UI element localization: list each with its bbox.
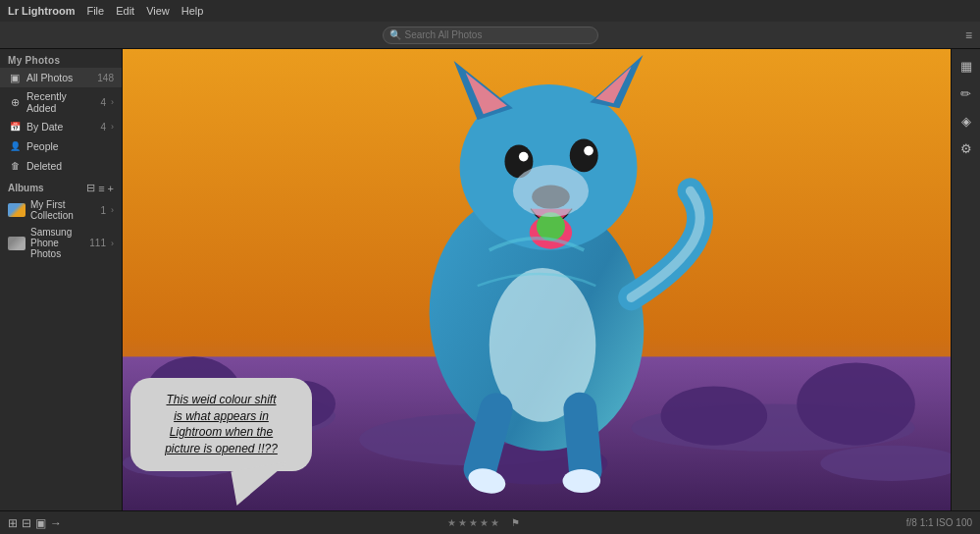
flag-icon[interactable]: ⚑ xyxy=(511,517,520,528)
album-item-first-collection[interactable]: My First Collection 1 › xyxy=(0,196,122,224)
sidebar-item-deleted[interactable]: 🗑 Deleted xyxy=(0,156,122,176)
bubble-text: This weid colour shift is what appears i… xyxy=(144,392,298,457)
photo-content: This weid colour shift is what appears i… xyxy=(123,49,951,510)
deleted-icon: 🗑 xyxy=(8,159,22,173)
all-photos-icon: ▣ xyxy=(8,71,22,84)
albums-title: Albums xyxy=(8,183,82,193)
people-label: People xyxy=(26,140,114,152)
svg-point-10 xyxy=(797,362,915,445)
svg-point-22 xyxy=(519,152,529,162)
bottom-arrow-icon[interactable]: → xyxy=(50,516,62,530)
by-date-label: By Date xyxy=(26,121,95,133)
album-first-collection-chevron: › xyxy=(111,205,114,215)
right-icon-detail[interactable]: ◈ xyxy=(955,110,977,132)
svg-point-32 xyxy=(513,165,589,217)
all-photos-label: All Photos xyxy=(26,72,92,83)
bubble-line3: Lightroom when the xyxy=(170,425,273,439)
bottom-compare-icon[interactable]: ⊟ xyxy=(22,516,31,530)
star-2[interactable]: ★ xyxy=(458,517,467,528)
toolbar: 🔍 ≡ xyxy=(0,22,980,49)
svg-point-21 xyxy=(570,139,598,173)
right-icon-edit[interactable]: ✏ xyxy=(955,82,977,104)
albums-icons: ⊟ ≡ + xyxy=(86,182,114,194)
all-photos-count: 148 xyxy=(97,73,114,83)
menu-view[interactable]: View xyxy=(146,5,170,17)
bubble-line2: is what appears in xyxy=(174,409,269,423)
bubble-line1: This weid colour shift xyxy=(166,393,276,406)
right-toolbar: ▦ ✏ ◈ ⚙ xyxy=(951,49,980,510)
album-samsung-phone-label: Samsung Phone Photos xyxy=(30,227,84,259)
sidebar: My Photos ▣ All Photos 148 ⊕ Recently Ad… xyxy=(0,49,123,510)
svg-point-31 xyxy=(563,469,601,493)
bottom-square-icon[interactable]: ▣ xyxy=(35,516,46,530)
star-1[interactable]: ★ xyxy=(447,517,456,528)
sidebar-item-recently-added[interactable]: ⊕ Recently Added 4 › xyxy=(0,87,122,117)
sidebar-item-by-date[interactable]: 📅 By Date 4 › xyxy=(0,117,122,136)
album-thumb-samsung-phone xyxy=(8,237,26,250)
star-4[interactable]: ★ xyxy=(480,517,489,528)
sidebar-item-all-photos[interactable]: ▣ All Photos 148 xyxy=(0,68,122,87)
speech-bubble: This weid colour shift is what appears i… xyxy=(130,378,312,471)
dog-photo: This weid colour shift is what appears i… xyxy=(123,49,951,510)
right-icon-histogram[interactable]: ▦ xyxy=(955,55,977,77)
by-date-count: 4 xyxy=(100,122,106,133)
sidebar-item-people[interactable]: 👤 People xyxy=(0,136,122,156)
recently-added-chevron: › xyxy=(111,97,114,107)
by-date-icon: 📅 xyxy=(8,120,22,134)
people-icon: 👤 xyxy=(8,139,22,153)
by-date-chevron: › xyxy=(111,122,114,132)
app-logo: Lr Lightroom xyxy=(8,5,75,17)
album-item-samsung-phone[interactable]: Samsung Phone Photos 111 › xyxy=(0,224,122,262)
albums-grid-icon[interactable]: ⊟ xyxy=(86,182,95,194)
bottom-bar: ⊞ ⊟ ▣ → ★ ★ ★ ★ ★ ⚑ f/8 1:1 ISO 100 xyxy=(0,510,980,534)
menu-help[interactable]: Help xyxy=(181,5,204,17)
deleted-label: Deleted xyxy=(26,160,114,172)
menu-file[interactable]: File xyxy=(86,5,104,17)
search-bar[interactable]: 🔍 xyxy=(383,27,598,44)
bottom-left-icons: ⊞ ⊟ ▣ → xyxy=(8,516,62,530)
star-3[interactable]: ★ xyxy=(469,517,478,528)
main-area: My Photos ▣ All Photos 148 ⊕ Recently Ad… xyxy=(0,49,980,510)
album-first-collection-count: 1 xyxy=(100,205,106,216)
recently-added-label: Recently Added xyxy=(26,90,95,114)
search-input[interactable] xyxy=(405,29,592,40)
bubble-line4: picture is opened !!?? xyxy=(165,442,278,455)
star-5[interactable]: ★ xyxy=(490,517,499,528)
bottom-info: f/8 1:1 ISO 100 xyxy=(906,517,972,528)
menu-bar: Lr Lightroom File Edit View Help xyxy=(0,0,980,22)
album-samsung-phone-count: 111 xyxy=(89,238,106,248)
search-icon: 🔍 xyxy=(389,29,401,40)
recently-added-icon: ⊕ xyxy=(8,95,22,109)
album-thumb-first-collection xyxy=(8,203,26,217)
bottom-center: ★ ★ ★ ★ ★ ⚑ xyxy=(68,517,901,528)
recently-added-count: 4 xyxy=(100,97,106,108)
bottom-grid-icon[interactable]: ⊞ xyxy=(8,516,18,530)
filter-icon[interactable]: ≡ xyxy=(965,28,972,42)
my-photos-header: My Photos xyxy=(0,49,122,68)
albums-add-icon[interactable]: + xyxy=(108,183,114,194)
album-first-collection-label: My First Collection xyxy=(30,199,95,221)
star-rating[interactable]: ★ ★ ★ ★ ★ xyxy=(447,517,499,528)
album-samsung-phone-chevron: › xyxy=(111,239,114,248)
albums-list-icon[interactable]: ≡ xyxy=(98,183,104,194)
bottom-right: f/8 1:1 ISO 100 xyxy=(906,517,972,528)
albums-section-header: Albums ⊟ ≡ + xyxy=(0,176,122,196)
svg-point-12 xyxy=(661,387,768,446)
right-icon-settings[interactable]: ⚙ xyxy=(955,137,977,159)
svg-point-23 xyxy=(584,146,593,156)
menu-edit[interactable]: Edit xyxy=(116,5,134,17)
